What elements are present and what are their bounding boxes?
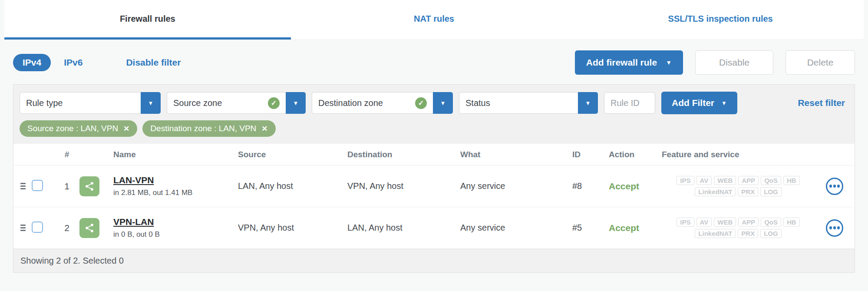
showing-status-text: Showing 2 of 2. Selected 0 [20,256,124,266]
toolbar: IPv4 IPv6 Disable filter Add firewall ru… [0,40,868,83]
rule-action: Accept [609,181,662,192]
destination-zone-label: Destination zone [318,98,383,108]
rule-source: LAN, Any host [238,181,347,191]
ellipsis-menu-icon[interactable] [826,219,843,237]
add-firewall-rule-label: Add firewall rule [586,57,657,68]
rule-id: #5 [572,223,609,233]
feature-badges: IPS AV WEB APP QoS HB LinkedNAT PRX LOG [662,218,815,238]
disable-button[interactable]: Disable [695,50,773,75]
source-zone-dropdown-button[interactable]: ▼ [286,92,306,114]
tab-nat-rules[interactable]: NAT rules [291,0,578,40]
share-icon[interactable] [79,176,99,196]
header-feature-and-service: Feature and service [662,150,815,159]
rule-what: Any service [460,223,572,233]
header-what: What [460,150,572,159]
status-dropdown-button[interactable]: ▼ [578,92,598,114]
source-zone-filter-chip[interactable]: Source zone : LAN, VPN ✕ [20,120,137,137]
filter-bar: Rule type ▼ Source zone ✓ ▼ Destination … [13,85,855,119]
add-filter-button[interactable]: Add Filter ▼ [661,92,737,114]
drag-handle-icon[interactable] [20,225,26,231]
rule-type-field[interactable]: Rule type [20,92,141,114]
table-row: 1 LAN-VPN in 2.81 MB, out 1.41 MB LAN, A… [13,165,855,207]
destination-zone-dropdown-button[interactable]: ▼ [433,92,453,114]
row-checkbox[interactable] [32,222,43,233]
tab-bar: Firewall rules NAT rules SSL/TLS inspect… [4,0,864,40]
check-icon: ✓ [415,97,427,109]
rule-name-link[interactable]: VPN-LAN [113,217,238,227]
status-dropdown[interactable]: Status ▼ [459,92,598,114]
chevron-down-icon: ▼ [293,100,299,106]
badge-av: AV [696,218,712,227]
reset-filter-link[interactable]: Reset filter [798,98,848,108]
destination-zone-field[interactable]: Destination zone ✓ [312,92,433,114]
badge-prx: PRX [738,187,758,196]
badge-hb: HB [783,176,800,185]
rule-type-dropdown[interactable]: Rule type ▼ [20,92,161,114]
badge-app: APP [738,176,759,185]
badge-ips: IPS [677,176,694,185]
feature-badges: IPS AV WEB APP QoS HB LinkedNAT PRX LOG [662,176,815,196]
table-footer: Showing 2 of 2. Selected 0 [13,249,855,272]
header-name: Name [113,150,238,159]
badge-qos: QoS [761,218,781,227]
rule-type-dropdown-button[interactable]: ▼ [141,92,161,114]
rule-destination: LAN, Any host [347,223,460,233]
add-filter-label: Add Filter [672,98,714,108]
header-source: Source [238,150,347,159]
status-field[interactable]: Status [459,92,578,114]
badge-linkednat: LinkedNAT [695,229,736,238]
rule-type-label: Rule type [26,98,63,108]
ipv4-toggle[interactable]: IPv4 [13,54,51,71]
rule-name-link[interactable]: LAN-VPN [113,175,238,185]
chip-label: Source zone : LAN, VPN [27,124,118,133]
close-icon[interactable]: ✕ [261,124,267,133]
source-zone-label: Source zone [173,98,222,108]
status-label: Status [465,98,490,108]
tab-firewall-rules[interactable]: Firewall rules [4,0,291,40]
badge-linkednat: LinkedNAT [695,187,736,196]
source-zone-dropdown[interactable]: Source zone ✓ ▼ [167,92,306,114]
badge-web: WEB [714,218,736,227]
ipv6-toggle[interactable]: IPv6 [64,57,83,68]
add-firewall-rule-button[interactable]: Add firewall rule ▼ [575,50,683,75]
header-destination: Destination [347,150,460,159]
filter-chips-row: Source zone : LAN, VPN ✕ Destination zon… [13,119,855,144]
drag-handle-icon[interactable] [20,183,26,189]
destination-zone-filter-chip[interactable]: Destination zone : LAN, VPN ✕ [142,120,275,137]
badge-prx: PRX [738,229,758,238]
firewall-rules-panel: Rule type ▼ Source zone ✓ ▼ Destination … [13,84,855,273]
badge-log: LOG [760,187,782,196]
rule-action: Accept [609,223,662,233]
rule-traffic: in 0 B, out 0 B [113,230,238,239]
chevron-down-icon: ▼ [585,100,591,106]
header-action: Action [609,150,662,159]
destination-zone-dropdown[interactable]: Destination zone ✓ ▼ [312,92,453,114]
disable-filter-link[interactable]: Disable filter [126,57,181,68]
delete-button[interactable]: Delete [785,50,855,75]
row-number: 1 [54,181,79,192]
row-checkbox[interactable] [32,180,43,191]
badge-av: AV [696,176,712,185]
badge-qos: QoS [761,176,781,185]
share-icon[interactable] [79,218,99,238]
rule-source: VPN, Any host [238,223,347,233]
badge-app: APP [738,218,759,227]
source-zone-field[interactable]: Source zone ✓ [167,92,286,114]
row-number: 2 [54,223,79,233]
chevron-down-icon: ▼ [666,59,672,66]
chevron-down-icon: ▼ [440,100,446,106]
chevron-down-icon: ▼ [721,100,727,106]
header-id: ID [572,150,609,159]
tab-ssl-tls-inspection-rules[interactable]: SSL/TLS inspection rules [577,0,864,40]
badge-web: WEB [714,176,736,185]
rule-id-input[interactable] [604,92,655,114]
check-icon: ✓ [268,97,280,109]
close-icon[interactable]: ✕ [123,124,129,133]
rule-destination: VPN, Any host [347,181,460,191]
table-header: # Name Source Destination What ID Action… [13,144,855,165]
chip-label: Destination zone : LAN, VPN [150,124,256,133]
badge-ips: IPS [677,218,694,227]
ellipsis-menu-icon[interactable] [826,178,843,195]
rule-what: Any service [460,181,572,191]
badge-hb: HB [783,218,800,227]
